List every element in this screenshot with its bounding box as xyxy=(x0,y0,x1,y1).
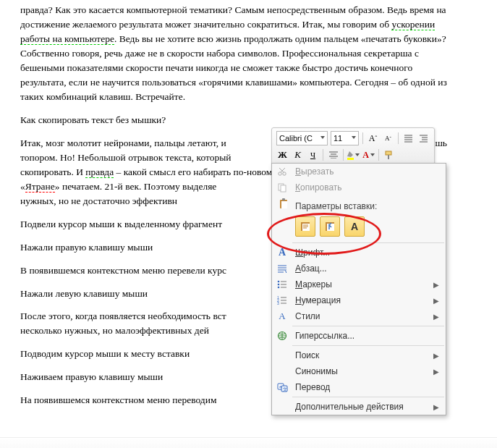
submenu-arrow-icon: ▶ xyxy=(433,403,440,411)
menu-hyperlink[interactable]: Гиперссылка... xyxy=(272,328,446,344)
paragraph[interactable]: Как скопировать текст без мышки? xyxy=(20,113,459,127)
underline-button[interactable]: Ч xyxy=(307,149,319,161)
menu-additional-actions[interactable]: Дополнительные действия ▶ xyxy=(272,399,446,415)
translate-icon: a文 xyxy=(272,379,292,395)
page-footer-edge xyxy=(0,437,497,448)
context-menu: Вырезать Копировать Параметры вставки: A… xyxy=(271,163,446,415)
highlight-color-icon[interactable] xyxy=(347,149,360,161)
numbering-icon: 123 xyxy=(272,292,292,308)
menu-cut[interactable]: Вырезать xyxy=(272,164,446,179)
font-size-select[interactable]: 11 xyxy=(331,131,359,145)
menu-styles[interactable]: A Стили ▶ xyxy=(272,308,446,324)
menu-synonyms[interactable]: Синонимы ▶ xyxy=(272,363,446,379)
paragraph-icon xyxy=(272,261,292,276)
submenu-arrow-icon: ▶ xyxy=(433,368,440,376)
svg-rect-6 xyxy=(281,185,286,192)
svg-point-3 xyxy=(279,172,281,175)
svg-rect-9 xyxy=(282,198,285,200)
menu-translate[interactable]: a文 Перевод xyxy=(272,379,446,395)
svg-rect-1 xyxy=(386,151,391,155)
grow-font-icon[interactable]: Aˆ xyxy=(367,132,379,145)
svg-rect-2 xyxy=(388,155,389,159)
menu-search[interactable]: Поиск ▶ xyxy=(272,347,446,363)
svg-point-4 xyxy=(283,172,286,175)
scissors-icon xyxy=(272,164,292,179)
svg-point-15 xyxy=(278,284,280,286)
menu-paragraph[interactable]: Абзац... xyxy=(272,261,446,276)
shrink-font-icon[interactable]: Aˇ xyxy=(382,132,394,145)
copy-icon xyxy=(272,179,292,195)
increase-indent-icon[interactable] xyxy=(417,132,430,145)
svg-rect-0 xyxy=(347,158,354,160)
italic-button[interactable]: К xyxy=(292,149,304,161)
menu-copy[interactable]: Копировать xyxy=(272,179,446,195)
svg-point-16 xyxy=(278,287,280,289)
menu-numbering[interactable]: 123 Нумерация ▶ xyxy=(272,292,446,308)
submenu-arrow-icon: ▶ xyxy=(433,352,440,360)
bold-button[interactable]: Ж xyxy=(276,149,289,161)
submenu-arrow-icon: ▶ xyxy=(433,281,440,289)
font-dialog-icon: A xyxy=(272,245,292,261)
hyperlink-icon xyxy=(272,328,292,344)
align-center-icon[interactable] xyxy=(327,149,339,161)
svg-point-14 xyxy=(278,281,280,283)
paste-options-row: A xyxy=(272,214,446,241)
clipboard-icon xyxy=(276,198,291,209)
submenu-arrow-icon: ▶ xyxy=(433,297,440,305)
styles-icon: A xyxy=(272,308,292,324)
menu-bullets[interactable]: Маркеры ▶ xyxy=(272,276,446,292)
svg-text:3: 3 xyxy=(277,301,279,305)
decrease-indent-icon[interactable] xyxy=(402,132,415,145)
bullets-icon xyxy=(272,276,292,292)
paste-options-header: Параметры вставки: xyxy=(272,195,446,214)
paste-text-only[interactable]: A xyxy=(344,216,365,237)
font-family-select[interactable]: Calibri (С xyxy=(276,131,328,145)
svg-text:文: 文 xyxy=(283,386,287,392)
submenu-arrow-icon: ▶ xyxy=(433,313,440,321)
svg-rect-8 xyxy=(281,201,287,208)
menu-font[interactable]: A Шрифт... xyxy=(272,245,446,261)
mini-toolbar: Calibri (С 11 Aˆ Aˇ Ж К Ч A xyxy=(271,127,435,165)
paragraph[interactable]: правда? Как это касается компьютерной те… xyxy=(20,3,459,104)
font-color-icon[interactable]: A xyxy=(362,149,375,161)
paste-keep-formatting[interactable] xyxy=(295,216,315,237)
format-painter-icon[interactable] xyxy=(383,149,395,161)
paste-merge-formatting[interactable] xyxy=(320,216,340,237)
